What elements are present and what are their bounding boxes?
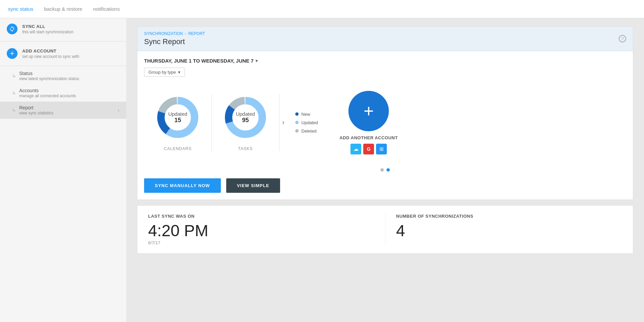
sync-count-label: NUMBER OF SYNCHRONIZATIONS	[396, 214, 622, 219]
calendar-center-value: 15	[168, 117, 188, 124]
sync-all-icon	[7, 24, 18, 34]
date-range-dropdown-icon: ▾	[256, 59, 258, 63]
last-sync-date: 6/7/17	[148, 240, 374, 245]
tasks-donut: Updated 95	[222, 94, 269, 141]
report-nav-text: Report view sync statistics	[19, 105, 53, 115]
sync-all-text: SYNC ALL this will start synchronization	[22, 24, 73, 34]
app-layout: SYNC ALL this will start synchronization…	[0, 18, 644, 322]
sidebar-item-status[interactable]: ↳ Status view latest synchronization sta…	[0, 67, 126, 84]
pagination-dots	[144, 168, 626, 172]
nav-notifications[interactable]: notifications	[93, 6, 120, 12]
arrow-icon-status: ↳	[12, 73, 16, 78]
sync-count-value: 4	[396, 223, 622, 239]
legend-label-updated: Updated	[301, 120, 318, 125]
tasks-center-value: 95	[236, 117, 255, 124]
card-header: SYNCHRONIZATION › REPORT Sync Report ?	[137, 27, 633, 51]
legend-label-new: New	[301, 112, 310, 117]
sidebar-item-report[interactable]: ↳ Report view sync statistics ›	[0, 102, 126, 119]
legend-dot-updated	[295, 121, 299, 124]
view-simple-button[interactable]: VIEW SIMPLE	[226, 178, 280, 193]
last-sync-label: LAST SYNC WAS ON	[148, 214, 374, 219]
tasks-center-label: Updated	[236, 111, 255, 117]
accounts-nav-text: Accounts manage all connected accounts	[19, 88, 76, 98]
help-button[interactable]: ?	[619, 35, 626, 42]
calendar-center-label: Updated	[168, 111, 188, 117]
card-body: THURSDAY, JUNE 1 TO WEDNESDAY, JUNE 7 ▾ …	[137, 51, 633, 200]
calendar-chart-section: Updated 15 CALENDARS	[144, 94, 212, 151]
breadcrumb-sep: ›	[185, 31, 186, 36]
legend-dot-deleted	[295, 129, 299, 133]
cloud-account-icon[interactable]: ☁	[350, 144, 361, 154]
sidebar: SYNC ALL this will start synchronization…	[0, 18, 126, 322]
group-by-dropdown-icon: ▾	[178, 70, 180, 75]
sync-count-block: NUMBER OF SYNCHRONIZATIONS 4	[396, 214, 622, 245]
add-account-button[interactable]: + ADD ACCOUNT set up new account to sync…	[0, 43, 126, 64]
sync-manually-button[interactable]: SYNC MANUALLY NOW	[144, 178, 221, 193]
divider-2	[0, 66, 126, 66]
tasks-donut-label: Updated 95	[236, 111, 255, 124]
account-type-icons: ☁ G ⊞	[350, 144, 387, 154]
nav-backup-restore[interactable]: backup & restore	[44, 6, 82, 12]
add-circle-plus-icon: +	[364, 102, 374, 120]
tasks-chart-name: TASKS	[238, 146, 252, 151]
add-account-label: ADD ANOTHER ACCOUNT	[339, 135, 398, 140]
chart-legend: New Updated Deleted	[287, 112, 326, 134]
breadcrumb-current[interactable]: REPORT	[188, 31, 205, 36]
chevron-right-icon: ›	[118, 107, 120, 113]
divider-1	[0, 41, 126, 41]
legend-item-new: New	[295, 112, 318, 117]
top-nav: sync status backup & restore notificatio…	[0, 0, 644, 18]
add-account-text: ADD ACCOUNT set up new account to sync w…	[22, 48, 79, 59]
tasks-chart-section: Updated 95 TASKS	[212, 94, 279, 151]
google-account-icon[interactable]: G	[363, 144, 374, 154]
add-account-section: + ADD ANOTHER ACCOUNT ☁ G ⊞	[326, 91, 411, 154]
card-header-left: SYNCHRONIZATION › REPORT Sync Report	[144, 31, 205, 46]
card-title: Sync Report	[144, 37, 205, 46]
calendar-donut-label: Updated 15	[168, 111, 188, 124]
group-by-button[interactable]: Group by type ▾	[144, 68, 185, 77]
add-another-account-button[interactable]: +	[348, 91, 389, 131]
legend-item-updated: Updated	[295, 120, 318, 125]
nav-sync-status[interactable]: sync status	[8, 6, 33, 12]
arrow-icon-accounts: ↳	[12, 91, 16, 96]
chart-next-button[interactable]: ›	[279, 118, 287, 127]
arrow-icon-report: ↳	[12, 108, 16, 113]
sync-all-button[interactable]: SYNC ALL this will start synchronization	[0, 18, 126, 40]
breadcrumb: SYNCHRONIZATION › REPORT	[144, 31, 205, 36]
pagination-dot-2[interactable]	[386, 168, 390, 172]
legend-item-deleted: Deleted	[295, 129, 318, 134]
add-account-icon: +	[7, 48, 18, 59]
date-range[interactable]: THURSDAY, JUNE 1 TO WEDNESDAY, JUNE 7 ▾	[144, 58, 626, 64]
legend-dot-new	[295, 112, 299, 116]
main-content: SYNCHRONIZATION › REPORT Sync Report ? T…	[126, 18, 644, 322]
last-sync-block: LAST SYNC WAS ON 4:20 PM 6/7/17	[148, 214, 385, 245]
status-nav-text: Status view latest synchronization statu…	[19, 71, 79, 81]
group-by-label: Group by type	[148, 70, 176, 75]
date-range-text: THURSDAY, JUNE 1 TO WEDNESDAY, JUNE 7	[144, 58, 253, 64]
legend-label-deleted: Deleted	[301, 129, 316, 134]
breadcrumb-parent[interactable]: SYNCHRONIZATION	[144, 31, 183, 36]
pagination-dot-1[interactable]	[380, 168, 384, 172]
sync-report-card: SYNCHRONIZATION › REPORT Sync Report ? T…	[137, 26, 633, 200]
action-buttons: SYNC MANUALLY NOW VIEW SIMPLE	[144, 178, 626, 193]
stats-card: LAST SYNC WAS ON 4:20 PM 6/7/17 NUMBER O…	[137, 205, 633, 254]
charts-area: Updated 15 CALENDARS	[144, 82, 626, 163]
calendar-chart-name: CALENDARS	[164, 146, 192, 151]
sidebar-item-accounts[interactable]: ↳ Accounts manage all connected accounts	[0, 84, 126, 102]
exchange-account-icon[interactable]: ⊞	[376, 144, 387, 154]
calendar-donut: Updated 15	[154, 94, 201, 141]
last-sync-time: 4:20 PM	[148, 223, 374, 239]
